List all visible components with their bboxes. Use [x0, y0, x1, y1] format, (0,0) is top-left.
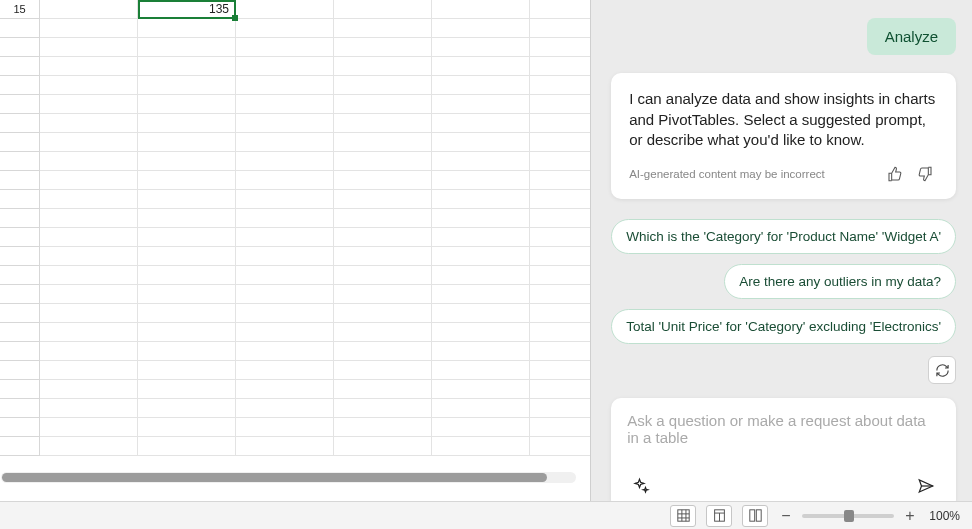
- cell[interactable]: [138, 209, 236, 228]
- zoom-in-button[interactable]: +: [902, 508, 918, 524]
- blank-row[interactable]: [0, 380, 590, 399]
- cell[interactable]: [40, 171, 138, 190]
- cell[interactable]: [334, 114, 432, 133]
- cell[interactable]: [530, 57, 591, 76]
- cell[interactable]: [530, 342, 591, 361]
- cell[interactable]: [138, 285, 236, 304]
- cell[interactable]: [334, 304, 432, 323]
- row-header[interactable]: [0, 304, 40, 323]
- cell[interactable]: [530, 114, 591, 133]
- cell[interactable]: [432, 304, 530, 323]
- thumbs-down-button[interactable]: [912, 161, 938, 187]
- view-normal-button[interactable]: [670, 505, 696, 527]
- cell[interactable]: [530, 171, 591, 190]
- cell[interactable]: [530, 76, 591, 95]
- row-header[interactable]: [0, 361, 40, 380]
- cell[interactable]: [334, 57, 432, 76]
- blank-row[interactable]: [0, 323, 590, 342]
- row-header[interactable]: [0, 342, 40, 361]
- cell[interactable]: [138, 133, 236, 152]
- cell[interactable]: [138, 304, 236, 323]
- cell[interactable]: [432, 342, 530, 361]
- cell[interactable]: [334, 399, 432, 418]
- cell[interactable]: [334, 76, 432, 95]
- cell[interactable]: [138, 380, 236, 399]
- cell[interactable]: [40, 152, 138, 171]
- cell[interactable]: [138, 266, 236, 285]
- cell[interactable]: [138, 361, 236, 380]
- cell[interactable]: [530, 380, 591, 399]
- cell[interactable]: [138, 399, 236, 418]
- cell[interactable]: [432, 95, 530, 114]
- blank-row[interactable]: [0, 57, 590, 76]
- cell[interactable]: [432, 361, 530, 380]
- cell[interactable]: [334, 19, 432, 38]
- cell[interactable]: [334, 323, 432, 342]
- suggestion-2[interactable]: Are there any outliers in my data?: [724, 264, 956, 299]
- scroll-thumb[interactable]: [2, 473, 547, 482]
- row-header[interactable]: [0, 323, 40, 342]
- horizontal-scrollbar[interactable]: [1, 472, 576, 483]
- cell[interactable]: [530, 285, 591, 304]
- cell[interactable]: [138, 19, 236, 38]
- cell[interactable]: [432, 38, 530, 57]
- cell[interactable]: [530, 247, 591, 266]
- blank-row[interactable]: [0, 342, 590, 361]
- cell[interactable]: [40, 228, 138, 247]
- cell[interactable]: [530, 95, 591, 114]
- blank-row[interactable]: [0, 247, 590, 266]
- cell[interactable]: [236, 19, 334, 38]
- cell[interactable]: [40, 247, 138, 266]
- row-header[interactable]: [0, 57, 40, 76]
- blank-row[interactable]: [0, 437, 590, 456]
- blank-row[interactable]: [0, 152, 590, 171]
- cell[interactable]: [236, 95, 334, 114]
- blank-row[interactable]: [0, 304, 590, 323]
- cell[interactable]: [236, 285, 334, 304]
- cell[interactable]: [334, 38, 432, 57]
- cell[interactable]: [432, 285, 530, 304]
- row-header[interactable]: [0, 380, 40, 399]
- cell[interactable]: [40, 342, 138, 361]
- send-button[interactable]: [912, 472, 940, 500]
- cell[interactable]: [334, 0, 432, 19]
- row-header[interactable]: [0, 437, 40, 456]
- cell[interactable]: [334, 152, 432, 171]
- row-header[interactable]: [0, 266, 40, 285]
- row-header[interactable]: [0, 418, 40, 437]
- cell[interactable]: [432, 399, 530, 418]
- blank-row[interactable]: [0, 114, 590, 133]
- row-header[interactable]: [0, 38, 40, 57]
- cell[interactable]: [334, 266, 432, 285]
- cell[interactable]: [530, 152, 591, 171]
- cell[interactable]: [40, 95, 138, 114]
- cell[interactable]: [530, 133, 591, 152]
- cell[interactable]: [530, 361, 591, 380]
- cell[interactable]: [138, 247, 236, 266]
- cell[interactable]: [530, 437, 591, 456]
- cell[interactable]: [138, 152, 236, 171]
- cell[interactable]: [334, 380, 432, 399]
- cell[interactable]: [40, 76, 138, 95]
- cell[interactable]: [138, 437, 236, 456]
- cell[interactable]: [236, 152, 334, 171]
- blank-row[interactable]: [0, 418, 590, 437]
- blank-row[interactable]: [0, 38, 590, 57]
- cell[interactable]: [334, 285, 432, 304]
- zoom-out-button[interactable]: −: [778, 508, 794, 524]
- cell[interactable]: [40, 19, 138, 38]
- blank-row[interactable]: [0, 209, 590, 228]
- cell[interactable]: [432, 418, 530, 437]
- cell[interactable]: [432, 57, 530, 76]
- cell[interactable]: [432, 323, 530, 342]
- cell[interactable]: [432, 114, 530, 133]
- cell[interactable]: [138, 171, 236, 190]
- row-header[interactable]: [0, 152, 40, 171]
- cell[interactable]: [530, 0, 591, 19]
- blank-row[interactable]: [0, 361, 590, 380]
- cell[interactable]: [236, 190, 334, 209]
- cell[interactable]: [40, 190, 138, 209]
- refresh-suggestions-button[interactable]: [928, 356, 956, 384]
- cell[interactable]: [432, 437, 530, 456]
- cell[interactable]: [40, 266, 138, 285]
